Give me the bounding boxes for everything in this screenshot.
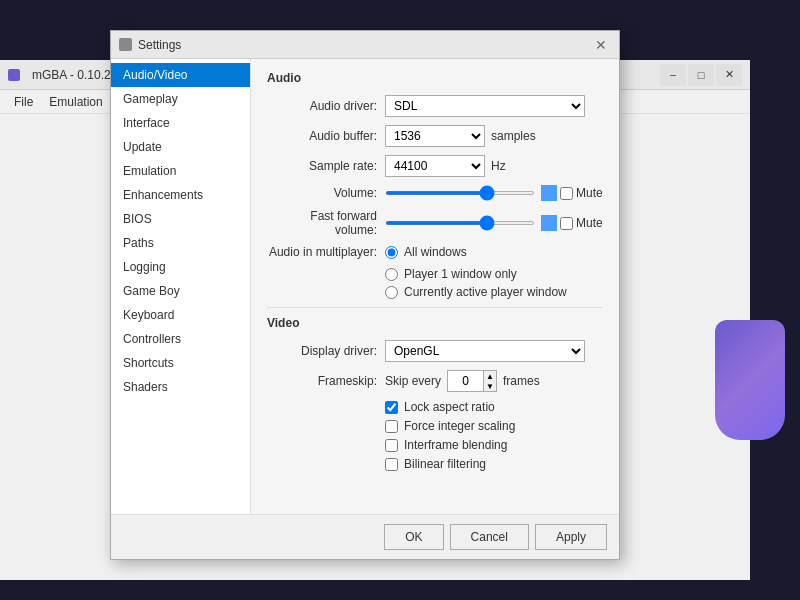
audio-buffer-row: Audio buffer: 512 1024 1536 2048 4096 sa… (267, 125, 603, 147)
bilinear-filtering-option[interactable]: Bilinear filtering (385, 457, 603, 471)
force-integer-scaling-label: Force integer scaling (404, 419, 515, 433)
dialog-close-button[interactable]: ✕ (591, 35, 611, 55)
volume-row: Volume: Mute (267, 185, 603, 201)
fast-forward-label: Fast forward volume: (267, 209, 377, 237)
sidebar-item-controllers[interactable]: Controllers (111, 327, 250, 351)
multiplayer-all-windows-radio[interactable] (385, 246, 398, 259)
dialog-titlebar: Settings ✕ (111, 31, 619, 59)
fast-forward-mute-indicator (541, 215, 557, 231)
frameskip-down-button[interactable]: ▼ (484, 381, 496, 391)
frameskip-row: Frameskip: Skip every ▲ ▼ frames (267, 370, 603, 392)
fast-forward-mute-checkbox[interactable] (560, 217, 573, 230)
sidebar-item-emulation[interactable]: Emulation (111, 159, 250, 183)
ok-button[interactable]: OK (384, 524, 443, 550)
gba-graphic (710, 120, 790, 540)
fast-forward-row: Fast forward volume: Mute (267, 209, 603, 237)
multiplayer-all-windows-option[interactable]: All windows (385, 245, 467, 259)
cancel-button[interactable]: Cancel (450, 524, 529, 550)
sidebar-item-gameplay[interactable]: Gameplay (111, 87, 250, 111)
sidebar-item-shortcuts[interactable]: Shortcuts (111, 351, 250, 375)
volume-mute-checkbox[interactable] (560, 187, 573, 200)
lock-aspect-ratio-label: Lock aspect ratio (404, 400, 495, 414)
app-controls: − □ ✕ (660, 64, 742, 86)
dialog-footer: OK Cancel Apply (111, 514, 619, 559)
sidebar-item-bios[interactable]: BIOS (111, 207, 250, 231)
app-close-button[interactable]: ✕ (716, 64, 742, 86)
multiplayer-player1-radio[interactable] (385, 268, 398, 281)
sidebar-item-interface[interactable]: Interface (111, 111, 250, 135)
file-menu[interactable]: File (6, 93, 41, 111)
sidebar-item-audio-video[interactable]: Audio/Video (111, 63, 250, 87)
bilinear-filtering-checkbox[interactable] (385, 458, 398, 471)
audio-driver-select[interactable]: SDL OpenAL (385, 95, 585, 117)
frameskip-prefix: Skip every (385, 374, 441, 388)
multiplayer-active-radio[interactable] (385, 286, 398, 299)
sample-rate-label: Sample rate: (267, 159, 377, 173)
interframe-blending-option[interactable]: Interframe blending (385, 438, 603, 452)
sidebar: Audio/Video Gameplay Interface Update Em… (111, 59, 251, 514)
volume-slider[interactable] (385, 191, 535, 195)
gba-body (715, 320, 785, 440)
volume-label: Volume: (267, 186, 377, 200)
bilinear-filtering-label: Bilinear filtering (404, 457, 486, 471)
display-driver-control: OpenGL Software (385, 340, 603, 362)
force-integer-scaling-option[interactable]: Force integer scaling (385, 419, 603, 433)
section-separator (267, 307, 603, 308)
sidebar-item-shaders[interactable]: Shaders (111, 375, 250, 399)
video-section-title: Video (267, 316, 603, 330)
display-driver-select[interactable]: OpenGL Software (385, 340, 585, 362)
sample-rate-select[interactable]: 22050 44100 48000 (385, 155, 485, 177)
settings-icon (119, 38, 132, 51)
display-driver-row: Display driver: OpenGL Software (267, 340, 603, 362)
multiplayer-header-row: Audio in multiplayer: All windows (267, 245, 603, 259)
app-icon (8, 69, 20, 81)
minimize-button[interactable]: − (660, 64, 686, 86)
fast-forward-control: Mute (385, 215, 603, 231)
multiplayer-active-option[interactable]: Currently active player window (385, 285, 603, 299)
audio-buffer-unit: samples (491, 129, 536, 143)
frameskip-label: Frameskip: (267, 374, 377, 388)
sidebar-item-update[interactable]: Update (111, 135, 250, 159)
sidebar-item-enhancements[interactable]: Enhancements (111, 183, 250, 207)
sidebar-item-logging[interactable]: Logging (111, 255, 250, 279)
dialog-body: Audio/Video Gameplay Interface Update Em… (111, 59, 619, 514)
audio-section-title: Audio (267, 71, 603, 85)
sidebar-item-keyboard[interactable]: Keyboard (111, 303, 250, 327)
multiplayer-active-label: Currently active player window (404, 285, 567, 299)
fast-forward-mute-container: Mute (541, 215, 603, 231)
sidebar-item-paths[interactable]: Paths (111, 231, 250, 255)
interframe-blending-checkbox[interactable] (385, 439, 398, 452)
sample-rate-control: 22050 44100 48000 Hz (385, 155, 603, 177)
multiplayer-player1-option[interactable]: Player 1 window only (385, 267, 603, 281)
display-driver-label: Display driver: (267, 344, 377, 358)
frameskip-control: Skip every ▲ ▼ frames (385, 370, 603, 392)
volume-mute-container: Mute (541, 185, 603, 201)
frameskip-unit: frames (503, 374, 540, 388)
fast-forward-mute-label: Mute (576, 216, 603, 230)
video-checkbox-group: Lock aspect ratio Force integer scaling … (385, 400, 603, 471)
multiplayer-label: Audio in multiplayer: (267, 245, 377, 259)
apply-button[interactable]: Apply (535, 524, 607, 550)
multiplayer-radio-group: Player 1 window only Currently active pl… (385, 267, 603, 299)
maximize-button[interactable]: □ (688, 64, 714, 86)
audio-driver-row: Audio driver: SDL OpenAL (267, 95, 603, 117)
lock-aspect-ratio-checkbox[interactable] (385, 401, 398, 414)
sample-rate-row: Sample rate: 22050 44100 48000 Hz (267, 155, 603, 177)
app-title: mGBA - 0.10.2 (32, 68, 111, 82)
emulation-menu[interactable]: Emulation (41, 93, 110, 111)
fast-forward-slider[interactable] (385, 221, 535, 225)
audio-driver-control: SDL OpenAL (385, 95, 603, 117)
spinbox-arrows: ▲ ▼ (483, 371, 496, 391)
frameskip-input[interactable] (448, 371, 483, 391)
dialog-title: Settings (138, 38, 181, 52)
volume-control: Mute (385, 185, 603, 201)
frameskip-spinbox: ▲ ▼ (447, 370, 497, 392)
audio-driver-label: Audio driver: (267, 99, 377, 113)
sidebar-item-gameboy[interactable]: Game Boy (111, 279, 250, 303)
audio-buffer-label: Audio buffer: (267, 129, 377, 143)
multiplayer-player1-label: Player 1 window only (404, 267, 517, 281)
lock-aspect-ratio-option[interactable]: Lock aspect ratio (385, 400, 603, 414)
force-integer-scaling-checkbox[interactable] (385, 420, 398, 433)
frameskip-up-button[interactable]: ▲ (484, 371, 496, 381)
audio-buffer-select[interactable]: 512 1024 1536 2048 4096 (385, 125, 485, 147)
